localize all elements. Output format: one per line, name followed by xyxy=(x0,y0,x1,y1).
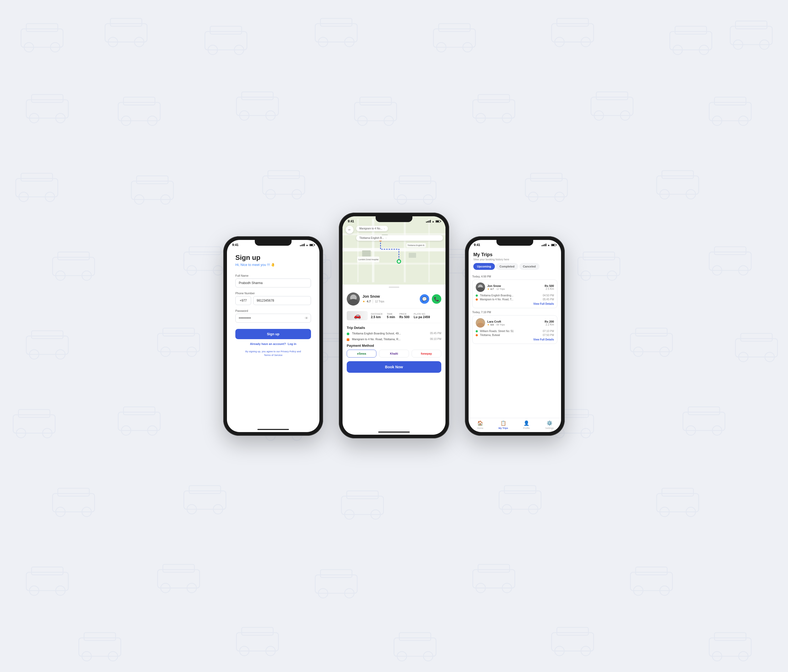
full-name-input[interactable] xyxy=(235,279,311,287)
login-link[interactable]: Log in xyxy=(288,342,296,346)
back-button[interactable]: ← xyxy=(346,226,354,234)
esewa-logo: eSewa xyxy=(357,352,366,355)
svg-point-158 xyxy=(56,507,65,517)
khalti-logo: Khalti xyxy=(390,352,398,355)
khalti-payment[interactable]: Khalti xyxy=(379,350,409,358)
password-eye-icon[interactable]: 👁 xyxy=(305,316,308,320)
svg-rect-76 xyxy=(525,179,567,197)
svg-point-22 xyxy=(555,37,564,47)
status-time-left: 9:41 xyxy=(232,243,238,247)
tab-canceled[interactable]: Canceled xyxy=(519,263,540,270)
chat-button[interactable]: 💬 xyxy=(420,294,429,304)
bottom-nav: 🏠 Home 📋 My Trips 👤 Profile ⚙️ Settings xyxy=(469,418,561,432)
tab-completed[interactable]: Completed xyxy=(496,263,518,270)
svg-rect-168 xyxy=(499,491,541,509)
svg-rect-231 xyxy=(362,250,371,257)
svg-rect-153 xyxy=(688,407,720,415)
svg-rect-173 xyxy=(662,488,693,496)
stats-grid: Distance 2.5 km Time 5 min Price Rs 500 xyxy=(371,313,441,319)
svg-point-39 xyxy=(148,116,157,125)
phones-container: 9:41 ▲ xyxy=(223,223,565,449)
trip-avatar-lara xyxy=(476,318,485,328)
signup-subtitle: Hi, Nice to meet you !!! 🤚 xyxy=(235,263,311,267)
svg-rect-25 xyxy=(675,26,707,34)
driver-rating-row: ★ 4.7 | 12 Trips xyxy=(362,299,420,304)
terms-link[interactable]: Terms of Service xyxy=(264,353,283,357)
svg-rect-222 xyxy=(428,219,430,282)
phone-label: Phone Number xyxy=(235,292,311,295)
phone-icon: 📞 xyxy=(434,296,439,302)
book-now-button[interactable]: Book Now xyxy=(347,361,441,373)
svg-point-178 xyxy=(29,586,39,595)
svg-point-202 xyxy=(240,646,249,656)
trip2-stops: William Roads. Street No: 51 07:10 PM Ti… xyxy=(476,330,554,336)
nav-profile[interactable]: 👤 Profile xyxy=(515,420,538,430)
trip1-distance: 2.5 Km xyxy=(545,287,554,290)
fonepay-payment[interactable]: fonepay xyxy=(411,350,441,358)
svg-rect-177 xyxy=(32,567,63,575)
svg-point-171 xyxy=(529,504,538,514)
svg-point-227 xyxy=(398,260,400,263)
trip2-distance: 2.2 Km xyxy=(545,323,554,326)
signup-button[interactable]: Sign up xyxy=(235,329,311,339)
svg-rect-219 xyxy=(404,219,405,282)
trip2-price-dist: Rs 200 2.2 Km xyxy=(545,320,554,326)
svg-point-74 xyxy=(397,195,407,204)
svg-point-14 xyxy=(318,37,328,47)
group1-label: Today, 4:50 PM xyxy=(472,275,558,278)
route-bottom-text: Tilottama English B... xyxy=(359,236,384,239)
phone-input-row: +977 xyxy=(235,296,311,305)
route-pill-bottom[interactable]: Tilottama English B... › xyxy=(356,235,443,241)
svg-rect-68 xyxy=(263,176,305,194)
svg-rect-60 xyxy=(16,179,58,197)
svg-point-7 xyxy=(135,37,144,47)
signal-bar-3 xyxy=(303,244,303,246)
trip2-price: Rs 200 xyxy=(545,320,554,323)
svg-point-190 xyxy=(476,583,485,593)
trip1-view-details[interactable]: View Full Details xyxy=(476,303,554,305)
svg-point-86 xyxy=(56,271,65,281)
trip-driver-meta-2: ★ 4.5 | 08 Trips xyxy=(487,323,545,326)
svg-rect-101 xyxy=(583,252,615,260)
tab-upcoming[interactable]: Upcoming xyxy=(473,263,495,270)
trips-nav-icon: 📋 xyxy=(500,420,506,426)
status-icons-center: ▲ xyxy=(426,220,440,223)
distance-stat: Distance 2.5 km xyxy=(371,313,383,319)
terms-text: By signing up, you agree to our Privacy … xyxy=(235,350,311,357)
svg-point-83 xyxy=(686,190,696,199)
svg-point-183 xyxy=(187,583,197,593)
signup-title: Sign up xyxy=(235,254,311,262)
car-stats-row: 🚗 Distance 2.5 km Time 5 min xyxy=(347,308,441,323)
trip-driver-info-2: Lara Croft ★ 4.5 | 08 Trips xyxy=(487,320,545,326)
nav-settings[interactable]: ⚙️ Settings xyxy=(538,420,561,430)
driver-actions: 💬 📞 xyxy=(420,294,441,304)
country-code[interactable]: +977 xyxy=(235,296,251,305)
esewa-payment[interactable]: eSewa xyxy=(347,350,377,358)
svg-point-3 xyxy=(51,43,60,52)
price-label: Price xyxy=(399,313,410,315)
trip-card-2: Lara Croft ★ 4.5 | 08 Trips Rs 200 xyxy=(472,315,558,344)
svg-point-46 xyxy=(358,116,367,125)
profile-nav-label: Profile xyxy=(523,427,530,430)
svg-rect-205 xyxy=(399,632,431,640)
call-button[interactable]: 📞 xyxy=(432,294,441,304)
privacy-policy-link[interactable]: Privacy Policy xyxy=(281,350,296,353)
svg-rect-0 xyxy=(21,29,63,47)
trip1-dropoff: Manigram to 4 No. Road, T... xyxy=(480,298,540,301)
phone-input[interactable] xyxy=(253,296,311,305)
time-stat: Time 5 min xyxy=(387,313,395,319)
trip2-pickup-dot xyxy=(476,330,478,332)
password-input[interactable] xyxy=(235,314,311,323)
svg-point-187 xyxy=(345,588,354,598)
nav-home[interactable]: 🏠 Home xyxy=(469,420,492,430)
pickup-row: Tilottama English Boarding School, 49...… xyxy=(347,332,441,336)
svg-rect-81 xyxy=(662,171,693,179)
payment-section: Payment Method eSewa Khalti fonepay xyxy=(347,344,441,358)
trip2-view-details[interactable]: View Full Details xyxy=(476,338,554,341)
svg-rect-85 xyxy=(58,252,89,260)
nav-my-trips[interactable]: 📋 My Trips xyxy=(492,420,515,430)
route-pill-top[interactable]: Manigram to 4 No... › xyxy=(356,226,388,231)
svg-rect-129 xyxy=(741,333,772,341)
trip1-price-dist: Rs 500 2.5 Km xyxy=(545,284,554,290)
svg-point-191 xyxy=(502,583,512,593)
